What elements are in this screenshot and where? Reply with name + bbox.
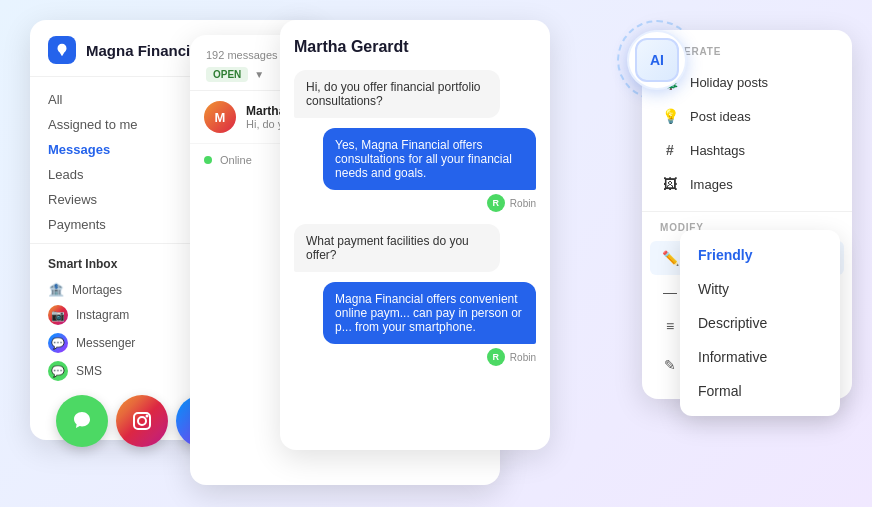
tone-witty[interactable]: Witty (680, 272, 840, 306)
chat-contact-name: Martha Gerardt (294, 38, 536, 56)
make-shorter-icon: — (660, 282, 680, 302)
online-dot (204, 156, 212, 164)
msg-received-1: Hi, do you offer financial portfolio con… (294, 70, 500, 118)
msg-received-2: What payment facilities do you offer? (294, 224, 500, 272)
change-tone-icon: ✏️ (660, 248, 680, 268)
ai-badge-inner: AI (635, 38, 679, 82)
svg-point-2 (146, 415, 149, 418)
instagram-button[interactable] (116, 395, 168, 447)
messenger-icon: 💬 (48, 333, 68, 353)
sender-avatar-1: R (487, 194, 505, 212)
chat-conversation: Martha Gerardt Hi, do you offer financia… (280, 20, 550, 450)
svg-point-1 (138, 417, 146, 425)
gen-hashtags[interactable]: # Hashtags (642, 133, 852, 167)
ai-badge: AI (627, 30, 687, 90)
msg-sent-2: Magna Financial offers convenient online… (323, 282, 536, 344)
sender-avatar-2: R (487, 348, 505, 366)
post-ideas-icon: 💡 (660, 106, 680, 126)
tone-formal[interactable]: Formal (680, 374, 840, 408)
make-longer-icon: ≡ (660, 316, 680, 336)
ai-label: AI (650, 52, 664, 68)
sms-button[interactable] (56, 395, 108, 447)
fix-spelling-icon: ✎ (660, 355, 680, 375)
hashtags-icon: # (660, 140, 680, 160)
instagram-icon: 📷 (48, 305, 68, 325)
online-label: Online (220, 154, 252, 166)
chevron-down-icon: ▼ (254, 69, 264, 80)
sender-name-1: Robin (510, 198, 536, 209)
gen-post-ideas[interactable]: 💡 Post ideas (642, 99, 852, 133)
sender-name-2: Robin (510, 352, 536, 363)
gen-images[interactable]: 🖼 Images (642, 167, 852, 201)
msg-sender-row-2: R Robin (294, 348, 536, 366)
avatar: M (204, 101, 236, 133)
tone-descriptive[interactable]: Descriptive (680, 306, 840, 340)
msg-sender-row-1: R Robin (294, 194, 536, 212)
images-icon: 🖼 (660, 174, 680, 194)
app-title: Magna Financial (86, 42, 203, 59)
tone-friendly[interactable]: Friendly (680, 238, 840, 272)
mortages-icon: 🏦 (48, 282, 64, 297)
msg-sent-1: Yes, Magna Financial offers consultation… (323, 128, 536, 190)
sms-icon: 💬 (48, 361, 68, 381)
tone-informative[interactable]: Informative (680, 340, 840, 374)
app-logo (48, 36, 76, 64)
tone-dropdown: Friendly Witty Descriptive Informative F… (680, 230, 840, 416)
status-badge[interactable]: OPEN (206, 67, 248, 82)
